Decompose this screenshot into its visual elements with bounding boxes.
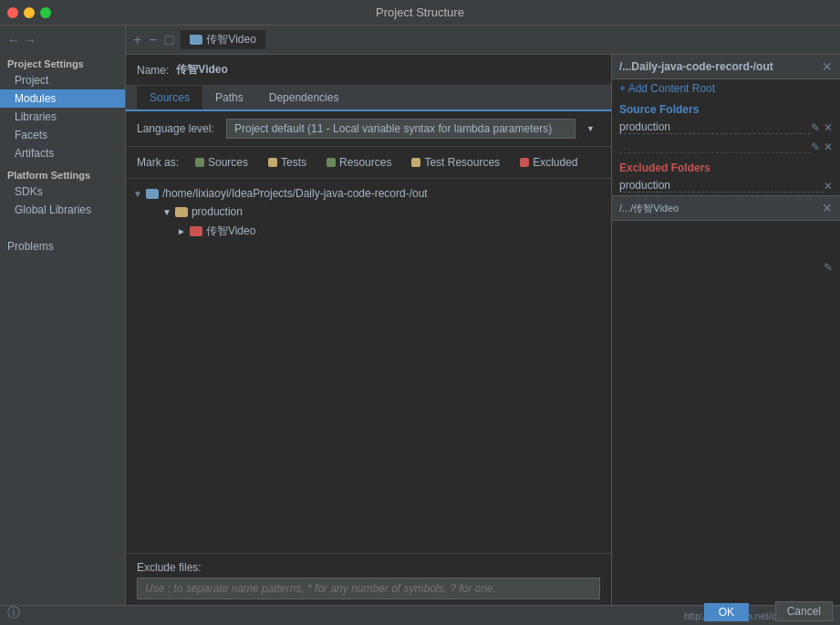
window-title: Project Structure [376, 5, 464, 19]
excluded-folders-title: Excluded Folders [612, 156, 840, 176]
excluded-folder-label: production [619, 179, 824, 193]
language-level-select-wrap: Project default (11 - Local variable syn… [226, 119, 600, 139]
name-field-label: Name: [137, 64, 169, 77]
sidebar-item-artifacts[interactable]: Artifacts [0, 144, 125, 162]
language-level-row: Language level: Project default (11 - Lo… [126, 111, 611, 147]
right-header-title: /...Daily-java-code-record-/out [619, 60, 773, 73]
resources-dot [327, 158, 336, 167]
copy-module-button[interactable]: □ [165, 32, 174, 48]
platform-settings-title: Platform Settings [0, 162, 125, 182]
add-content-root-button[interactable]: + Add Content Root [612, 79, 840, 98]
excluded-dot [520, 158, 529, 167]
main-layout: ← → Project Settings Project Modules Lib… [0, 26, 840, 625]
tab-sources[interactable]: Sources [137, 86, 202, 111]
right-panel-close-button[interactable]: ✕ [822, 59, 833, 74]
excluded-folder-row: production ✕ [612, 176, 840, 195]
mark-as-label: Mark as: [137, 156, 179, 169]
edit-source-folder-button[interactable]: ✎ [811, 121, 820, 134]
right-panel: /...Daily-java-code-record-/out ✕ + Add … [612, 55, 840, 625]
window-buttons[interactable] [7, 7, 51, 18]
source-folder-empty-label: … [619, 140, 811, 153]
source-folder-row: production ✎ ✕ [612, 118, 840, 137]
right-section-header: /...Daily-java-code-record-/out ✕ [612, 55, 840, 79]
tree-item-production[interactable]: ▼ production [126, 203, 611, 221]
mark-test-resources-button[interactable]: Test Resources [404, 154, 507, 171]
close-button[interactable] [7, 7, 18, 18]
sources-dot [195, 158, 204, 167]
sidebar-item-project[interactable]: Project [0, 71, 125, 89]
tab-dependencies[interactable]: Dependencies [256, 86, 352, 111]
video-folder-icon [190, 226, 202, 236]
tree-item-video[interactable]: ► 传智Video [126, 221, 611, 242]
tree-root-label: /home/lixiaoyi/IdeaProjects/Daily-java-c… [162, 187, 428, 200]
tests-dot [268, 158, 277, 167]
source-folders-title: Source Folders [612, 98, 840, 118]
ok-button[interactable]: OK [704, 603, 749, 621]
tabs-bar: Sources Paths Dependencies [126, 86, 611, 111]
remove-empty-source-button[interactable]: ✕ [824, 141, 833, 153]
module-name-tag: 传智Video [181, 30, 264, 49]
title-bar: Project Structure [0, 0, 840, 26]
cancel-button[interactable]: Cancel [775, 601, 833, 621]
language-level-label: Language level: [137, 122, 219, 135]
remove-module-button[interactable]: − [149, 32, 157, 48]
test-resources-dot [411, 158, 420, 167]
root-folder-icon [146, 189, 159, 199]
production-folder-icon [175, 207, 188, 217]
forward-arrow[interactable]: → [24, 33, 36, 47]
module-header: + − □ 传智Video [126, 26, 840, 55]
language-level-select[interactable]: Project default (11 - Local variable syn… [226, 119, 576, 139]
maximize-button[interactable] [40, 7, 51, 18]
nav-arrows: ← → [0, 29, 125, 51]
sidebar-item-problems[interactable]: Problems [0, 237, 125, 255]
source-folder-label: production [619, 120, 811, 134]
sidebar-item-libraries[interactable]: Libraries [0, 108, 125, 126]
sidebar-item-facets[interactable]: Facets [0, 126, 125, 144]
sidebar-item-sdks[interactable]: SDKs [0, 182, 125, 201]
production-label: production [192, 205, 243, 218]
exclude-files-input[interactable] [137, 578, 600, 599]
tree-root-item[interactable]: ▼ /home/lixiaoyi/IdeaProjects/Daily-java… [126, 184, 611, 203]
source-folder-empty-actions: ✎ ✕ [811, 141, 833, 153]
exclude-files-label: Exclude files: [137, 561, 600, 574]
sub-root-title: /.../传智Video [619, 202, 679, 215]
excluded-folder-actions: ✕ [824, 180, 833, 193]
name-row: Name: 传智Video [126, 55, 611, 86]
minimize-button[interactable] [24, 7, 35, 18]
edit-empty-source-button[interactable]: ✎ [811, 141, 820, 153]
module-folder-icon [190, 35, 202, 45]
sub-root-content [612, 221, 840, 257]
sub-root-header: /.../传智Video ✕ [612, 195, 840, 221]
video-label: 传智Video [206, 224, 255, 239]
mark-sources-button[interactable]: Sources [188, 154, 255, 171]
chevron-right-icon: ► [177, 226, 186, 236]
module-name-label: 传智Video [206, 32, 255, 47]
sidebar-item-global-libraries[interactable]: Global Libraries [0, 201, 125, 219]
sidebar-item-modules[interactable]: Modules [0, 89, 125, 108]
mark-excluded-button[interactable]: Excluded [513, 154, 585, 171]
source-folder-empty-row: … ✎ ✕ [612, 137, 840, 156]
mark-resources-button[interactable]: Resources [319, 154, 399, 171]
help-button[interactable]: ⓘ [7, 605, 20, 621]
chevron-down-icon-prod: ▼ [162, 207, 171, 217]
source-folder-actions: ✎ ✕ [811, 121, 833, 134]
remove-source-folder-button[interactable]: ✕ [824, 121, 833, 134]
mark-tests-button[interactable]: Tests [261, 154, 314, 171]
sidebar: ← → Project Settings Project Modules Lib… [0, 26, 126, 625]
left-panel: Name: 传智Video Sources Paths Dependencies [126, 55, 612, 625]
tree-panel: ▼ /home/lixiaoyi/IdeaProjects/Daily-java… [126, 179, 611, 553]
add-module-button[interactable]: + [133, 32, 141, 48]
chevron-down-icon: ▼ [133, 189, 142, 199]
back-arrow[interactable]: ← [7, 33, 20, 47]
mark-as-row: Mark as: Sources Tests Resources [126, 147, 611, 179]
content-split: Name: 传智Video Sources Paths Dependencies [126, 55, 840, 625]
sub-root-close-button[interactable]: ✕ [822, 201, 833, 215]
project-settings-title: Project Settings [0, 55, 125, 71]
tab-paths[interactable]: Paths [202, 86, 256, 111]
remove-excluded-folder-button[interactable]: ✕ [824, 180, 833, 193]
content-area: + − □ 传智Video Name: 传智Video Sources [126, 26, 840, 625]
bottom-edit-row: ✎ [612, 257, 840, 277]
module-name-value[interactable]: 传智Video [176, 62, 227, 78]
edit-sub-root-button[interactable]: ✎ [824, 261, 833, 274]
